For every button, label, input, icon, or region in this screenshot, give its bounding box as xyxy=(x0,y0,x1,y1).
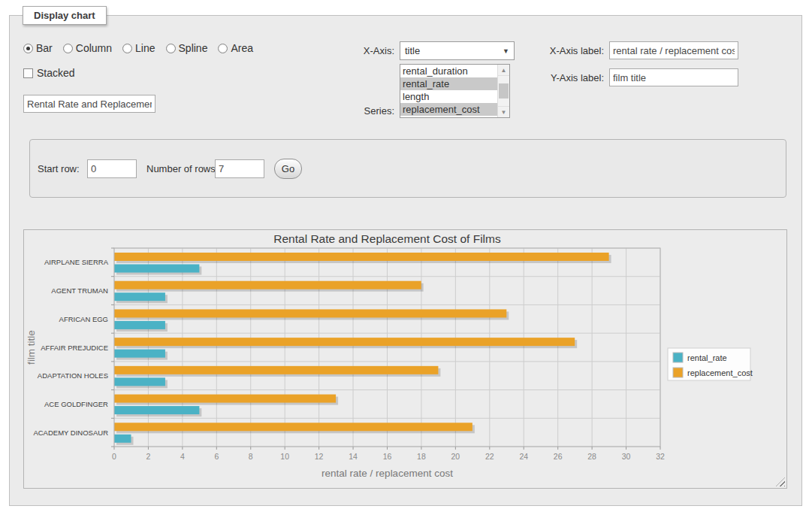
bar xyxy=(114,435,131,443)
chart-type-radio-bar[interactable]: Bar xyxy=(23,42,53,54)
category-label: AIRPLANE SIERRA xyxy=(44,258,109,266)
y-axis-label-input[interactable] xyxy=(609,68,738,86)
chart-legend: rental_ratereplacement_cost xyxy=(668,348,753,380)
number-of-rows-input[interactable] xyxy=(215,159,264,178)
radio-label: Spline xyxy=(179,42,208,54)
start-row-label: Start row: xyxy=(38,159,80,178)
series-options: rental_durationrental_ratelengthreplacem… xyxy=(400,65,497,117)
page: Display chart BarColumnLineSplineArea St… xyxy=(0,0,812,512)
chart-type-radio-line[interactable]: Line xyxy=(122,42,155,54)
radio-icon[interactable] xyxy=(218,44,228,53)
row-range-panel: Start row: Number of rows: Go xyxy=(29,139,786,198)
chart-title: Rental Rate and Replacement Cost of Film… xyxy=(273,232,501,245)
x-axis-select-value: title xyxy=(405,45,420,56)
scroll-down-icon[interactable]: ▼ xyxy=(498,106,509,117)
radio-label: Bar xyxy=(36,42,53,54)
x-axis-select[interactable]: title ▼ xyxy=(400,41,515,60)
x-tick-label: 28 xyxy=(587,452,596,461)
x-tick-label: 0 xyxy=(112,452,116,461)
bar xyxy=(114,338,575,346)
radio-icon[interactable] xyxy=(63,44,73,53)
legend-label: replacement_cost xyxy=(687,368,753,377)
series-list-label: Series: xyxy=(304,105,394,117)
x-tick-label: 24 xyxy=(519,452,528,461)
radio-label: Column xyxy=(76,42,112,54)
number-of-rows-label: Number of rows: xyxy=(146,159,218,178)
x-axis-label-caption: X-Axis label: xyxy=(507,41,604,60)
bar-chart: 02468101214161820222426283032AIRPLANE SI… xyxy=(24,230,786,488)
bar xyxy=(114,423,472,431)
stacked-checkbox[interactable] xyxy=(23,68,33,78)
x-tick-label: 2 xyxy=(146,452,151,461)
chart-type-radio-spline[interactable]: Spline xyxy=(166,42,208,54)
bar xyxy=(114,406,199,414)
y-axis-label-caption: Y-Axis label: xyxy=(507,68,604,87)
series-option-length[interactable]: length xyxy=(400,90,497,103)
x-axis-label-input[interactable] xyxy=(609,41,738,59)
display-chart-fieldset: Display chart BarColumnLineSplineArea St… xyxy=(9,15,802,506)
bar xyxy=(114,366,438,374)
category-label: AFFAIR PREJUDICE xyxy=(41,344,108,352)
radio-icon[interactable] xyxy=(23,44,33,53)
bar xyxy=(114,265,199,273)
x-axis-title: rental rate / replacement cost xyxy=(321,468,453,479)
chart-container: 02468101214161820222426283032AIRPLANE SI… xyxy=(23,229,787,489)
bar xyxy=(114,377,165,386)
x-tick-label: 8 xyxy=(249,452,253,461)
series-option-rental_rate[interactable]: rental_rate xyxy=(400,77,497,90)
legend-swatch xyxy=(673,368,683,377)
x-tick-label: 32 xyxy=(656,452,665,461)
x-tick-label: 30 xyxy=(622,452,631,461)
x-tick-label: 26 xyxy=(554,452,563,461)
radio-icon[interactable] xyxy=(122,44,132,53)
x-tick-label: 4 xyxy=(180,452,185,461)
bar xyxy=(114,395,336,403)
x-axis-select-label: X-Axis: xyxy=(304,41,394,60)
fieldset-legend-tab: Display chart xyxy=(23,6,107,25)
category-label: ACE GOLDFINGER xyxy=(44,400,108,408)
category-label: ADAPTATION HOLES xyxy=(38,371,108,380)
bar xyxy=(114,350,165,358)
x-tick-label: 18 xyxy=(417,452,426,461)
x-tick-label: 12 xyxy=(315,452,324,461)
bar xyxy=(114,321,165,329)
bar xyxy=(114,292,165,301)
chart-type-radio-area[interactable]: Area xyxy=(218,42,253,54)
bar xyxy=(114,281,421,289)
category-label: AGENT TRUMAN xyxy=(51,286,108,295)
radio-label: Area xyxy=(231,42,253,54)
chart-type-radio-column[interactable]: Column xyxy=(63,42,112,54)
x-tick-label: 22 xyxy=(485,452,494,461)
go-button[interactable]: Go xyxy=(274,159,302,179)
stacked-label: Stacked xyxy=(37,67,75,79)
stacked-checkbox-row[interactable]: Stacked xyxy=(23,67,75,79)
legend-label: rental_rate xyxy=(687,353,727,362)
x-tick-label: 14 xyxy=(349,452,358,461)
category-label: AFRICAN EGG xyxy=(59,315,108,323)
radio-icon[interactable] xyxy=(166,44,176,53)
series-option-rental_duration[interactable]: rental_duration xyxy=(400,65,497,77)
bar xyxy=(114,309,506,317)
x-tick-label: 16 xyxy=(383,452,392,461)
x-tick-label: 6 xyxy=(214,452,219,461)
category-label: ACADEMY DINOSAUR xyxy=(33,429,108,437)
y-axis-title: film title xyxy=(26,330,37,365)
legend-swatch xyxy=(673,353,683,362)
series-option-replacement_cost[interactable]: replacement_cost xyxy=(400,103,497,116)
chart-type-radio-group: BarColumnLineSplineArea xyxy=(23,42,259,54)
x-tick-label: 10 xyxy=(280,452,289,461)
radio-label: Line xyxy=(135,42,155,54)
x-tick-label: 20 xyxy=(451,452,460,461)
start-row-input[interactable] xyxy=(87,159,137,178)
chart-title-input[interactable] xyxy=(23,95,155,113)
bar xyxy=(114,253,609,261)
series-listbox[interactable]: rental_durationrental_ratelengthreplacem… xyxy=(400,64,510,118)
